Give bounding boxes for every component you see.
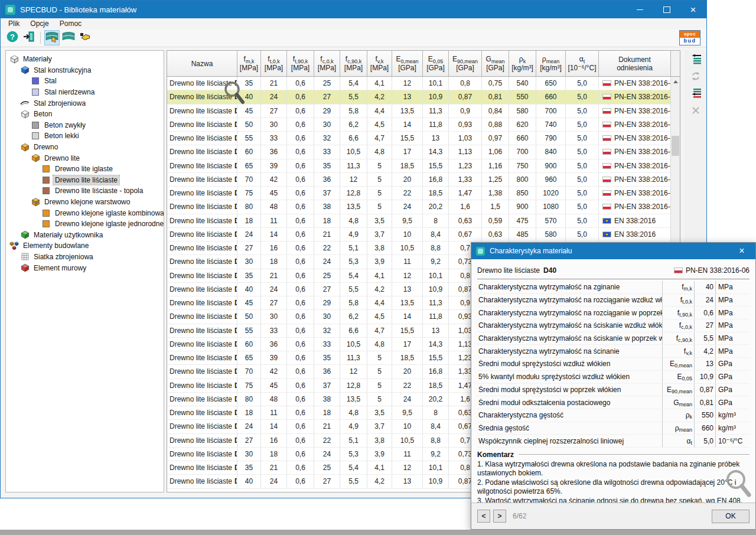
tree-item-stal-nierdzewna[interactable]: Stal nierdzewna	[6, 87, 164, 98]
tree-item-beton-zwyk-y[interactable]: Beton zwykły	[6, 120, 164, 131]
copy-material-icon	[689, 88, 702, 101]
previous-material-button[interactable]: <	[477, 510, 490, 523]
property-symbol: E0,05	[662, 371, 694, 383]
value-cell: 10,1	[423, 269, 449, 282]
tree-item-beton[interactable]: Beton	[6, 109, 164, 120]
tree-item-materia-y[interactable]: Materiały	[6, 54, 164, 65]
property-row: Charakterystyczna wytrzymałość na ściska…	[477, 332, 750, 345]
value-cell: 27	[314, 283, 340, 296]
tree-item-drewno-lite-li-ciaste[interactable]: Drewno lite liściaste	[6, 175, 164, 186]
table-row[interactable]: Drewno lite liściaste D8080480,63813,552…	[167, 200, 671, 214]
property-unit: MPa	[715, 332, 750, 345]
materials-library-button[interactable]	[44, 30, 60, 45]
square-orange-icon	[41, 220, 51, 229]
table-row[interactable]: Drewno lite liściaste D5555330,6326,64,7…	[167, 132, 671, 145]
table-row[interactable]: Drewno lite liściaste D2424140,6214,93,7…	[167, 228, 671, 242]
app-icon	[5, 5, 15, 15]
value-cell: 9,5	[392, 406, 423, 419]
value-cell: 48	[261, 393, 287, 406]
cube-green-icon	[20, 230, 30, 239]
tree-item-stal-konstrukcyjna[interactable]: Stal konstrukcyjna	[6, 65, 164, 76]
dialog-close-button[interactable]: ×	[733, 243, 751, 259]
tree-item-drewno-lite[interactable]: Drewno lite	[6, 152, 164, 164]
eu-flag-icon	[602, 231, 611, 237]
table-row[interactable]: Drewno lite liściaste D5050300,6306,24,5…	[167, 118, 671, 132]
value-cell: 24	[314, 255, 340, 268]
tree-item-drewno-lite-iglaste[interactable]: Drewno lite iglaste	[6, 164, 164, 175]
comment-line: 1. Klasa wytrzymałości drewna określona …	[477, 460, 744, 478]
value-cell: 8,4	[423, 228, 449, 241]
value-cell: 33	[261, 132, 287, 145]
value-cell: 13	[392, 90, 423, 103]
table-row[interactable]: Drewno lite liściaste D6565390,63511,351…	[167, 159, 671, 173]
table-row[interactable]: Drewno lite liściaste D1818110,6184,83,5…	[167, 214, 671, 228]
scroll-up-button[interactable]	[671, 77, 680, 86]
next-material-button[interactable]: >	[493, 510, 506, 523]
close-button[interactable]: ×	[680, 1, 706, 18]
value-cell: 4,9	[340, 228, 367, 241]
value-cell: 13,5	[340, 393, 367, 406]
value-cell: 20	[392, 365, 423, 378]
value-cell: 1,03	[449, 132, 482, 145]
value-cell: 1,33	[449, 173, 482, 186]
value-cell: 15,5	[392, 132, 423, 145]
menu-item-opcje[interactable]: Opcje	[25, 19, 54, 28]
tree-item-stal-zbrojeniowa[interactable]: Stal zbrojeniowa	[6, 97, 164, 109]
tree-item-drewno-klejone-iglaste-kombinowane[interactable]: Drewno klejone iglaste kombinowane	[6, 207, 164, 218]
menu-item-plik[interactable]: Plik	[3, 19, 25, 28]
table-row[interactable]: Drewno lite liściaste D7575450,63712,852…	[167, 187, 671, 200]
value-cell: 5,0	[566, 118, 599, 131]
value-cell: 13,5	[340, 200, 367, 213]
value-cell: 11	[392, 255, 423, 268]
value-cell: 0,6	[287, 242, 314, 255]
value-cell: 55	[237, 324, 261, 337]
material-name-cell: Drewno lite liściaste D27	[167, 434, 237, 447]
scrollbar-thumb[interactable]	[672, 136, 679, 156]
value-cell: 16	[261, 242, 287, 255]
value-cell: 4,5	[367, 118, 392, 131]
copy-material-button[interactable]	[688, 87, 703, 102]
property-value: 0,87	[694, 384, 715, 396]
material-name-cell: Drewno lite liściaste D30	[167, 255, 237, 268]
value-cell: 15,5	[423, 351, 449, 364]
tree-item-drewno-lite-li-ciaste-topola[interactable]: Drewno lite liściaste - topola	[6, 185, 164, 197]
tree-item-stal[interactable]: Stal	[6, 76, 164, 87]
tree-item-element-murowy[interactable]: Element murowy	[6, 262, 164, 273]
value-cell: 0,6	[287, 324, 314, 337]
value-cell: 5,0	[566, 132, 599, 145]
minimize-button[interactable]	[627, 1, 653, 18]
column-header-13: αt[10⁻⁶/°C]	[566, 51, 599, 76]
pl-flag-icon	[602, 108, 611, 114]
value-cell: 30	[314, 310, 340, 323]
property-row: Charakterystyczna wytrzymałość na rozcią…	[477, 306, 750, 319]
property-value: 0,6	[694, 306, 715, 319]
tree-item-label: Drewno lite iglaste	[53, 164, 115, 174]
property-symbol: E0,mean	[662, 358, 694, 370]
pl-flag-icon	[602, 177, 611, 182]
pl-flag-icon	[602, 122, 611, 128]
help-button[interactable]: ?	[5, 30, 20, 45]
table-row[interactable]: Drewno lite liściaste D7070420,636125201…	[167, 173, 671, 187]
tree-item-drewno-klejone-iglaste-jednorodne[interactable]: Drewno klejone iglaste jednorodne	[6, 218, 164, 230]
ok-button[interactable]: OK	[712, 510, 750, 523]
menu-item-pomoc[interactable]: Pomoc	[54, 19, 87, 28]
property-symbol: αt	[662, 435, 694, 447]
exit-button[interactable]	[21, 30, 37, 45]
select-pointer-button[interactable]	[77, 30, 93, 45]
table-row[interactable]: Drewno lite liściaste D6060360,63310,54,…	[167, 145, 671, 159]
tree-item-materia-y-u-ytkownika[interactable]: Materiały użytkownika	[6, 230, 164, 241]
square-orange-icon	[41, 208, 51, 217]
material-counter: 6/62	[513, 512, 526, 520]
library-button[interactable]	[61, 30, 76, 45]
tree-item-drewno-klejone-warstwowo[interactable]: Drewno klejone warstwowo	[6, 197, 164, 208]
tree-item-beton-lekki[interactable]: Beton lekki	[6, 131, 164, 142]
tree-item-drewno[interactable]: Drewno	[6, 142, 164, 153]
insert-material-button[interactable]	[688, 53, 703, 67]
maximize-button[interactable]	[653, 1, 680, 18]
property-description: Charakterystyczna wytrzymałość na rozcią…	[477, 296, 662, 304]
tree-item-siatka-zbrojeniowa[interactable]: Siatka zbrojeniowa	[6, 252, 164, 263]
dialog-comments: 1. Klasa wytrzymałości drewna określona …	[477, 460, 750, 503]
tree-item-elementy-budowlane[interactable]: Elementy budowlane	[6, 240, 164, 252]
value-cell: 29	[314, 105, 340, 118]
value-cell: 700	[509, 145, 536, 158]
